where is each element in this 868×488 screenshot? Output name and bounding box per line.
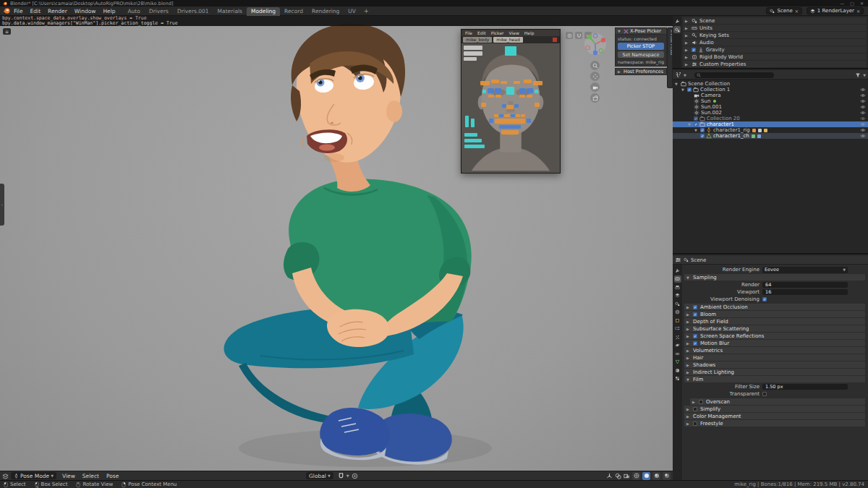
scene-unlink-icon[interactable]: ✕ <box>795 9 799 14</box>
picker-button[interactable] <box>464 51 482 56</box>
scene-tab-icon[interactable] <box>674 300 681 307</box>
panel-bloom[interactable]: ▶✓Bloom <box>684 311 865 317</box>
add-workspace-button[interactable]: + <box>360 8 373 14</box>
picker-button[interactable] <box>527 95 532 98</box>
navigation-gizmo[interactable] <box>583 32 608 56</box>
viewport-menu-pose[interactable]: Pose <box>103 473 122 479</box>
workspace-tab-uv[interactable]: UV <box>344 7 360 16</box>
properties-editor-icon[interactable] <box>675 257 681 263</box>
scene-panel-custom-properties[interactable]: ▶Custom Properties <box>683 61 867 67</box>
picker-button[interactable] <box>465 116 469 127</box>
picker-button[interactable] <box>535 90 538 93</box>
eye-icon[interactable] <box>860 110 866 116</box>
checkbox[interactable]: ✓ <box>693 334 697 338</box>
expand-arrow[interactable]: ▼ <box>675 82 679 86</box>
checkbox[interactable]: ✓ <box>692 48 696 52</box>
checkbox[interactable] <box>693 407 697 411</box>
outliner-row[interactable]: ▼✓character1 <box>673 121 868 127</box>
outliner-search-input[interactable] <box>694 72 774 78</box>
picker-button[interactable] <box>527 88 533 93</box>
picker-menu-help[interactable]: Help <box>522 30 537 35</box>
eye-icon[interactable] <box>860 93 866 98</box>
picker-button[interactable] <box>495 119 525 124</box>
rendered-shading-icon[interactable] <box>663 472 671 480</box>
checkbox[interactable] <box>699 400 703 404</box>
scene-panel-keying-sets[interactable]: ▶Keying Sets <box>683 32 867 38</box>
snap-icon[interactable] <box>575 32 582 39</box>
picker-button[interactable] <box>489 119 493 123</box>
scene-panel-gravity[interactable]: ▶✓Gravity <box>683 46 867 53</box>
menu-file[interactable]: File <box>10 8 27 14</box>
picker-button[interactable] <box>491 80 499 83</box>
wireframe-shading-icon[interactable] <box>632 472 640 480</box>
panel-volumetrics[interactable]: ▶Volumetrics <box>684 347 865 354</box>
picker-button[interactable] <box>516 114 520 117</box>
picker-button[interactable] <box>505 46 516 56</box>
outliner-row[interactable]: Sun.002 <box>673 110 868 116</box>
scene-panel-rigid-body-world[interactable]: ▶Rigid Body World <box>683 53 867 60</box>
editor-menu-icon[interactable]: ▼ <box>684 73 686 77</box>
eye-icon[interactable] <box>860 98 866 104</box>
picker-button[interactable] <box>464 46 482 50</box>
checkbox[interactable]: ✓ <box>700 134 705 138</box>
scene-panel-audio[interactable]: ▶Audio <box>683 39 867 46</box>
picker-button[interactable] <box>514 104 519 108</box>
panel-hair[interactable]: ▶Hair <box>684 354 865 361</box>
host-preferences-header[interactable]: ▶ Host Preferences <box>615 68 667 75</box>
workspace-tab-auto[interactable]: Auto <box>123 7 144 16</box>
checkbox[interactable]: ✓ <box>694 116 698 121</box>
view-layer-selector[interactable]: 1 RenderLayer ✕ <box>807 7 864 14</box>
outliner-editor-icon[interactable] <box>675 72 681 78</box>
workspace-tab-drivers-001[interactable]: Drivers.001 <box>173 7 213 16</box>
outliner-row[interactable]: ✓Collection 20 <box>673 116 868 121</box>
picker-button[interactable] <box>514 81 520 84</box>
panel-freestyle[interactable]: ▶Freestyle <box>684 420 865 427</box>
render-engine-select[interactable]: Eevee▼ <box>762 267 848 273</box>
output-tab-icon[interactable] <box>674 283 681 291</box>
particles-tab-icon[interactable] <box>674 333 681 341</box>
scene-selector[interactable]: Scene ✕ <box>766 7 801 14</box>
view-layer-tab-icon[interactable] <box>674 292 681 299</box>
gizmo-toggle-icon[interactable] <box>606 473 613 479</box>
xray-toggle-icon[interactable] <box>624 473 630 479</box>
zoom-icon[interactable] <box>590 61 600 70</box>
picker-button[interactable] <box>504 114 510 117</box>
picker-button[interactable] <box>488 88 494 93</box>
panel-indirect-lighting[interactable]: ▶Indirect Lighting <box>684 369 865 375</box>
face-picker-canvas[interactable] <box>461 43 560 173</box>
pivot-icon[interactable] <box>566 32 573 39</box>
picker-button[interactable] <box>521 114 525 117</box>
magnet-icon[interactable] <box>338 473 344 479</box>
picker-button[interactable] <box>524 80 532 83</box>
checkbox[interactable]: ✓ <box>693 312 697 317</box>
checkbox[interactable]: ✓ <box>693 341 697 346</box>
physics-tab-icon[interactable] <box>674 342 681 349</box>
menu-window[interactable]: Window <box>71 8 100 14</box>
panel-depth-of-field[interactable]: ▶Depth of Field <box>684 318 865 325</box>
outliner-row[interactable]: ▼Scene Collection <box>673 81 868 87</box>
scene-tab-icon[interactable] <box>673 26 681 33</box>
maximize-button[interactable]: ▢ <box>850 1 854 6</box>
picker-button[interactable] <box>494 114 498 117</box>
samples-render-field[interactable]: 64 <box>762 282 848 288</box>
picker-tab-mike_body[interactable]: mike_body <box>463 37 492 43</box>
picker-button[interactable] <box>519 95 525 98</box>
set-namespace-button[interactable]: Set Namespace <box>618 51 664 58</box>
panel-screen-space-reflections[interactable]: ▶✓Screen Space Reflections <box>684 333 865 339</box>
picker-button[interactable] <box>495 88 501 93</box>
close-button[interactable]: ✕ <box>860 1 864 6</box>
panel-overscan[interactable]: ▶Overscan <box>690 398 865 405</box>
samples-viewport-field[interactable]: 16 <box>762 289 848 295</box>
checkbox[interactable]: ✓ <box>694 122 698 127</box>
panel-film[interactable]: ▼Film <box>684 376 865 382</box>
panel-sampling[interactable]: ▼Sampling <box>684 274 865 281</box>
picker-button[interactable] <box>495 95 501 98</box>
picker-tab-mike_head[interactable]: mike_head <box>493 37 522 43</box>
panel-color-management[interactable]: ▶Color Management <box>684 413 865 419</box>
transparent-checkbox[interactable] <box>762 392 767 396</box>
blender-menu-icon[interactable] <box>3 7 10 14</box>
checkbox[interactable] <box>693 421 697 426</box>
filter-size-field[interactable]: 1.50 px <box>762 384 848 390</box>
object-tab-icon[interactable] <box>674 317 681 324</box>
panel-shadows[interactable]: ▶Shadows <box>684 361 865 368</box>
